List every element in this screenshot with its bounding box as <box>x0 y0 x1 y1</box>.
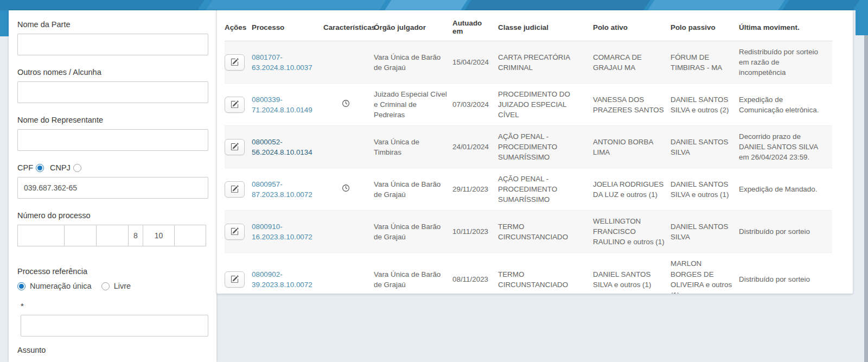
clock-icon <box>342 184 350 192</box>
banner-shape <box>384 0 468 10</box>
autuado-em-cell: 15/04/2024 <box>452 41 498 84</box>
polo-ativo-cell: COMARCA DE GRAJAU MA <box>593 41 671 84</box>
livre-radio[interactable] <box>101 282 110 290</box>
orgao-julgador-cell: Vara Única de Barão de Grajaú <box>374 41 452 84</box>
nome-parte-label: Nome da Parte <box>17 20 208 29</box>
autuado-em-cell: 10/11/2023 <box>452 211 498 253</box>
cnpj-label: CNPJ <box>50 163 71 172</box>
ultima-moviment-cell: Expedição de Mandado. <box>739 168 832 211</box>
outros-nomes-label: Outros nomes / Alcunha <box>17 68 208 77</box>
ultima-moviment-cell: Distribuído por sorteio <box>739 211 832 253</box>
banner-shape <box>205 0 387 10</box>
classe-judicial-cell: TERMO CIRCUNSTANCIADO <box>498 253 593 294</box>
processo-link[interactable]: 0800339-71.2024.8.10.0149 <box>252 96 312 114</box>
clock-icon <box>342 99 350 107</box>
representante-input[interactable] <box>17 129 208 151</box>
table-row: 0800957-87.2023.8.10.0072 Vara Única de … <box>225 168 832 211</box>
ultima-moviment-cell: Redistribuído por sorteio em razão de in… <box>739 41 832 84</box>
autuado-em-cell: 07/03/2024 <box>452 84 498 126</box>
banner-shape <box>781 0 860 10</box>
ultima-moviment-cell: Distribuído por sorteio <box>739 253 832 294</box>
edit-process-button[interactable] <box>225 181 245 198</box>
processo-link[interactable]: 0800910-16.2023.8.10.0072 <box>252 223 312 241</box>
polo-passivo-cell: FÓRUM DE TIMBIRAS - MA <box>671 41 739 84</box>
polo-passivo-cell: DANIEL SANTOS SILVA <box>671 211 739 253</box>
cpf-label: CPF <box>17 163 33 172</box>
cnpj-radio[interactable] <box>73 164 81 172</box>
caracteristicas-cell <box>323 253 374 294</box>
search-form-panel: Nome da Parte Outros nomes / Alcunha Nom… <box>9 10 216 362</box>
numeracao-unica-label: Numeração única <box>30 282 92 290</box>
table-row: 0800052-56.2024.8.10.0134 Vara Única de … <box>225 126 832 168</box>
table-row: 0801707-63.2024.8.10.0037 Vara Única de … <box>225 41 832 84</box>
caracteristicas-cell <box>323 211 374 253</box>
classe-judicial-cell: AÇÃO PENAL - PROCEDIMENTO SUMARÍSSIMO <box>498 168 593 211</box>
polo-passivo-cell: DANIEL SANTOS SILVA <box>671 126 739 168</box>
outros-nomes-input[interactable] <box>17 81 208 103</box>
classe-judicial-cell: TERMO CIRCUNSTANCIADO <box>498 211 593 253</box>
orgao-julgador-cell: Juizado Especial Cível e Criminal de Ped… <box>374 84 452 126</box>
polo-passivo-cell: DANIEL SANTOS SILVA e outros (2) <box>671 84 739 126</box>
polo-ativo-cell: WELLINGTON FRANCISCO RAULINO e outros (1… <box>593 211 671 253</box>
results-panel: Ações Processo Características Órgão jul… <box>216 10 853 294</box>
table-row: 0800910-16.2023.8.10.0072 Vara Única de … <box>225 211 832 253</box>
pje-consulta-page: { "colors": { "header_blue": "#2f8fc5", … <box>0 0 868 362</box>
processo-referencia-input[interactable] <box>21 315 208 336</box>
top-banner <box>0 0 868 10</box>
pencil-square-icon <box>231 275 239 283</box>
caracteristicas-cell <box>323 168 374 211</box>
header-acoes: Ações <box>225 10 252 41</box>
numero-processo-label: Número do processo <box>17 211 208 220</box>
table-header-row: Ações Processo Características Órgão jul… <box>225 10 832 41</box>
pencil-square-icon <box>231 185 239 193</box>
polo-ativo-cell: JOELIA RODRIGUES DA LUZ e outros (1) <box>593 168 671 211</box>
processo-seg-justica[interactable]: 8 <box>128 225 143 246</box>
polo-passivo-cell: MARLON BORGES DE OLIVEIRA e outros (1) <box>671 253 739 294</box>
processo-referencia-label: Processo referência <box>17 267 208 276</box>
banner-shape <box>463 0 651 10</box>
orgao-julgador-cell: Vara Única de Barão de Grajaú <box>374 168 452 211</box>
header-ultima-moviment: Última moviment. <box>739 10 832 41</box>
header-caracteristicas: Características <box>323 10 374 41</box>
processo-link[interactable]: 0800052-56.2024.8.10.0134 <box>252 138 312 156</box>
caracteristicas-cell <box>323 41 374 84</box>
autuado-em-cell: 08/11/2023 <box>452 253 498 294</box>
caracteristicas-cell <box>323 84 374 126</box>
table-row: 0800339-71.2024.8.10.0149 Juizado Especi… <box>225 84 832 126</box>
edit-process-button[interactable] <box>225 54 245 71</box>
header-polo-passivo: Polo passivo <box>671 10 739 41</box>
scrollbar[interactable] <box>864 35 868 362</box>
processo-seg-ano[interactable] <box>96 225 129 246</box>
orgao-julgador-cell: Vara Única de Barão de Grajaú <box>374 211 452 253</box>
polo-ativo-cell: VANESSA DOS PRAZERES SANTOS <box>593 84 671 126</box>
table-row: 0800902-39.2023.8.10.0072 Vara Única de … <box>225 253 832 294</box>
assunto-label: Assunto <box>17 346 208 354</box>
header-orgao-julgador: Órgão julgador <box>374 10 452 41</box>
livre-label: Livre <box>114 282 131 290</box>
edit-process-button[interactable] <box>225 139 245 155</box>
autuado-em-cell: 29/11/2023 <box>452 168 498 211</box>
nome-parte-input[interactable] <box>17 34 208 55</box>
processo-link[interactable]: 0801707-63.2024.8.10.0037 <box>252 53 312 72</box>
cpf-input[interactable] <box>17 177 208 199</box>
numeracao-unica-radio[interactable] <box>17 282 25 290</box>
processo-link[interactable]: 0800902-39.2023.8.10.0072 <box>252 270 312 289</box>
edit-process-button[interactable] <box>225 271 245 288</box>
header-processo: Processo <box>252 10 323 41</box>
processo-seg-sequencial[interactable] <box>17 225 65 246</box>
orgao-julgador-cell: Vara Única de Timbiras <box>374 126 452 168</box>
edit-process-button[interactable] <box>225 224 245 240</box>
edit-process-button[interactable] <box>225 97 245 113</box>
classe-judicial-cell: CARTA PRECATÓRIA CRIMINAL <box>498 41 593 84</box>
polo-ativo-cell: ANTONIO BORBA LIMA <box>593 126 671 168</box>
cpf-radio[interactable] <box>36 164 44 172</box>
orgao-julgador-cell: Vara Única de Barão de Grajaú <box>374 253 452 294</box>
processo-seg-tribunal[interactable]: 10 <box>143 225 175 246</box>
pencil-square-icon <box>231 58 239 66</box>
banner-shape <box>0 0 205 10</box>
processo-link[interactable]: 0800957-87.2023.8.10.0072 <box>252 180 312 199</box>
ultima-moviment-cell: Expedição de Comunicação eletrônica. <box>739 84 832 126</box>
processo-seg-dv[interactable] <box>64 225 97 246</box>
classe-judicial-cell: AÇÃO PENAL - PROCEDIMENTO SUMARÍSSIMO <box>498 126 593 168</box>
processo-seg-origem[interactable] <box>174 225 206 246</box>
